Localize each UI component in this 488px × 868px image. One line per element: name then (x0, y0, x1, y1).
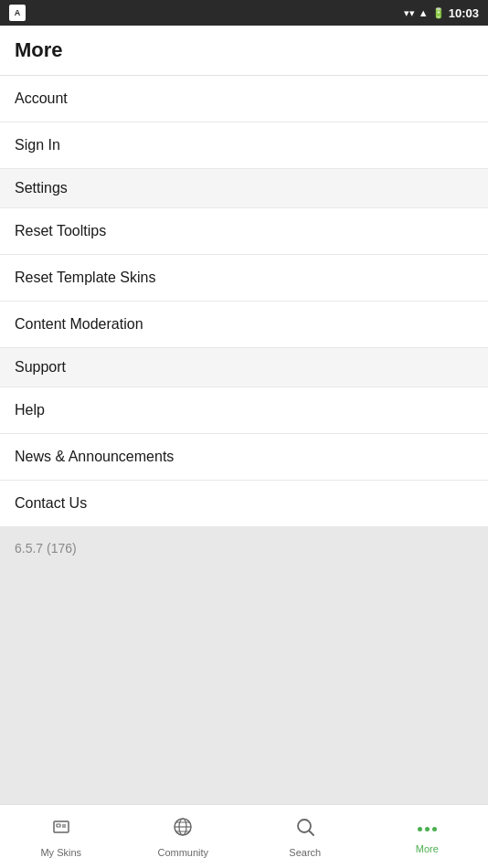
nav-label-community: Community (157, 847, 208, 858)
menu-item-content-moderation[interactable]: Content Moderation (0, 302, 488, 348)
more-icon (418, 820, 437, 840)
page-header: More (0, 26, 488, 76)
version-section: 6.5.7 (176) (0, 527, 488, 569)
menu-item-sign-in[interactable]: Sign In (0, 122, 488, 169)
menu-item-reset-tooltips[interactable]: Reset Tooltips (0, 208, 488, 255)
version-text: 6.5.7 (176) (15, 541, 77, 556)
bottom-nav: My Skins Community Search (0, 804, 488, 868)
menu-item-account[interactable]: Account (0, 76, 488, 122)
menu-item-news-announcements[interactable]: News & Announcements (0, 434, 488, 481)
nav-item-community[interactable]: Community (122, 809, 245, 865)
battery-icon: 🔋 (432, 7, 445, 19)
status-bar-left: A (9, 5, 26, 21)
nav-item-search[interactable]: Search (244, 809, 366, 865)
menu-section-support: Support (0, 348, 488, 387)
skins-icon (50, 816, 72, 843)
menu-item-reset-template-skins[interactable]: Reset Template Skins (0, 255, 488, 302)
wifi-icon: ▲ (419, 7, 429, 18)
nav-label-more: More (416, 843, 439, 854)
adobe-icon: A (9, 5, 26, 21)
svg-rect-0 (54, 821, 69, 832)
main-content: Account Sign In Settings Reset Tooltips … (0, 76, 488, 854)
status-bar-right: ▾▾ ▲ 🔋 10:03 (404, 6, 479, 20)
community-icon (172, 816, 194, 843)
status-bar: A ▾▾ ▲ 🔋 10:03 (0, 0, 488, 26)
svg-rect-1 (57, 824, 60, 827)
nav-item-my-skins[interactable]: My Skins (0, 809, 122, 865)
menu-section-settings: Settings (0, 169, 488, 208)
nav-item-more[interactable]: More (366, 812, 489, 862)
nav-label-my-skins: My Skins (40, 847, 81, 858)
menu-list: Account Sign In Settings Reset Tooltips … (0, 76, 488, 527)
menu-item-contact-us[interactable]: Contact Us (0, 481, 488, 527)
menu-item-help[interactable]: Help (0, 387, 488, 434)
svg-line-10 (309, 831, 313, 835)
search-icon (294, 816, 316, 843)
nav-label-search: Search (289, 847, 321, 858)
page-title: More (15, 38, 473, 62)
signal-icon: ▾▾ (404, 7, 415, 19)
status-time: 10:03 (449, 6, 479, 20)
